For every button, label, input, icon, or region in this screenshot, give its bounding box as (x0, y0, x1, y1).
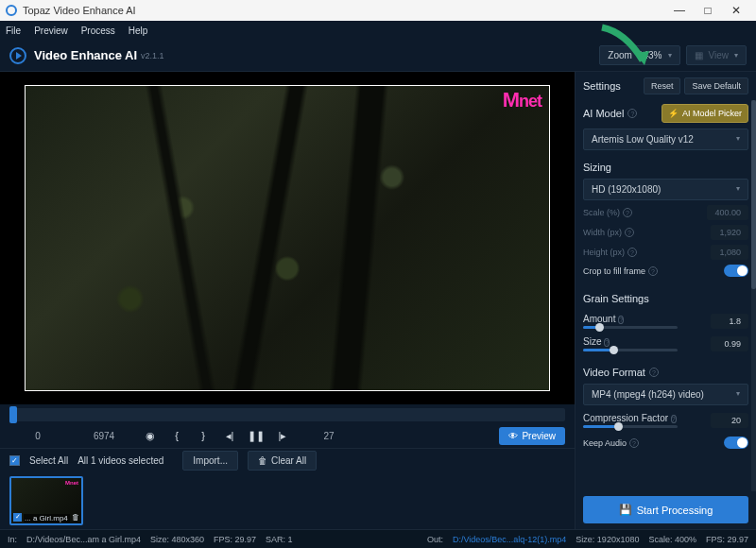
maximize-button[interactable]: □ (694, 4, 722, 17)
app-icon (6, 5, 17, 16)
out-label: Out: (427, 535, 443, 544)
width-label: Width (px)? (583, 228, 634, 237)
menu-file[interactable]: File (6, 26, 21, 36)
menu-help[interactable]: Help (129, 26, 148, 36)
out-path-link[interactable]: D:/Videos/Bec...alq-12(1).mp4 (453, 535, 566, 544)
selection-bar: ✓ Select All All 1 videos selected Impor… (0, 448, 575, 472)
zoom-label: Zoom (608, 50, 632, 60)
menu-preview[interactable]: Preview (34, 26, 68, 36)
crop-label: Crop to fill frame? (583, 266, 658, 276)
sizing-label: Sizing (583, 162, 748, 173)
end-frame: 6974 (76, 431, 132, 441)
in-sar: SAR: 1 (266, 535, 293, 544)
keep-audio-label: Keep Audio? (583, 438, 639, 448)
settings-scrollbar[interactable] (751, 100, 756, 491)
grain-amount-slider[interactable]: Amount ? (583, 314, 678, 329)
thumbnail-checkbox[interactable]: ✓ (13, 513, 22, 522)
select-all-checkbox[interactable]: ✓ (9, 455, 20, 466)
in-path: D:/Videos/Bec...am a Girl.mp4 (26, 535, 141, 544)
mark-in-icon[interactable]: { (168, 430, 185, 441)
thumbnail-delete-icon[interactable]: 🗑 (72, 513, 79, 522)
save-icon: 💾 (619, 504, 632, 516)
out-size: Size: 1920x1080 (576, 535, 639, 544)
width-value: 1,920 (711, 225, 748, 240)
in-size: Size: 480x360 (150, 535, 204, 544)
camera-icon[interactable]: ◉ (142, 430, 159, 442)
eye-icon: 👁 (508, 431, 518, 441)
out-scale: Scale: 400% (648, 535, 696, 544)
clear-all-button[interactable]: 🗑Clear All (248, 451, 317, 471)
chevron-down-icon: ▾ (736, 134, 740, 145)
compression-value: 20 (711, 413, 748, 428)
thumbnail-name: ... a Girl.mp4 (24, 514, 70, 522)
minimize-button[interactable]: — (665, 4, 694, 17)
height-value: 1,080 (711, 245, 748, 260)
settings-panel: Settings Reset Save Default AI Model? ⚡A… (575, 72, 756, 529)
grain-label: Grain Settings (583, 293, 748, 304)
help-icon[interactable]: ? (627, 109, 637, 118)
window-title: Topaz Video Enhance AI (23, 5, 136, 16)
chevron-down-icon: ▾ (734, 51, 738, 60)
format-label: Video Format? (583, 367, 748, 378)
window-titlebar: Topaz Video Enhance AI — □ ✕ (0, 0, 756, 21)
selected-count: All 1 videos selected (77, 455, 163, 466)
timeline-handle[interactable] (9, 406, 17, 423)
select-all-label[interactable]: Select All (29, 455, 68, 466)
statusbar: In: D:/Videos/Bec...am a Girl.mp4 Size: … (0, 529, 756, 548)
ai-model-picker-button[interactable]: ⚡AI Model Picker (662, 104, 748, 123)
zoom-value: 143% (638, 50, 662, 60)
close-button[interactable]: ✕ (722, 4, 750, 17)
scale-value: 400.00 (707, 205, 748, 220)
lightning-icon: ⚡ (668, 109, 679, 118)
current-frame: 27 (301, 431, 357, 441)
reset-button[interactable]: Reset (644, 77, 681, 94)
step-back-icon[interactable]: ◂| (221, 430, 238, 442)
in-fps: FPS: 29.97 (214, 535, 256, 544)
in-label: In: (8, 535, 17, 544)
zoom-dropdown[interactable]: Zoom 143% ▾ (599, 45, 679, 65)
video-thumbnail[interactable]: Mnet ✓ ... a Girl.mp4 🗑 (9, 476, 83, 525)
watermark-logo: Mnet (503, 88, 541, 112)
logo-icon (9, 47, 26, 64)
preview-button[interactable]: 👁 Preview (499, 427, 565, 445)
pause-icon[interactable]: ❚❚ (248, 430, 265, 442)
start-frame: 0 (9, 431, 66, 441)
out-fps: FPS: 29.97 (706, 535, 748, 544)
menubar: File Preview Process Help (0, 21, 756, 40)
video-preview[interactable]: Mnet (0, 72, 575, 404)
app-header: Video Enhance AI v2.1.1 Zoom 143% ▾ ▦ Vi… (0, 40, 756, 72)
step-forward-icon[interactable]: |▸ (274, 430, 291, 442)
keep-audio-toggle[interactable] (724, 437, 748, 449)
view-dropdown[interactable]: ▦ View ▾ (686, 45, 747, 65)
mark-out-icon[interactable]: } (195, 430, 212, 441)
save-default-button[interactable]: Save Default (684, 77, 748, 94)
grid-icon: ▦ (695, 50, 703, 60)
settings-title: Settings (583, 80, 621, 92)
scale-label: Scale (%)? (583, 208, 632, 217)
video-thumbnails: Mnet ✓ ... a Girl.mp4 🗑 (0, 472, 575, 529)
size-preset-dropdown[interactable]: HD (1920x1080) ▾ (583, 179, 748, 200)
grain-size-value: 0.99 (711, 336, 748, 351)
format-dropdown[interactable]: MP4 (mpeg4 (h264) video) ▾ (583, 384, 748, 405)
ai-model-dropdown[interactable]: Artemis Low Quality v12 ▾ (583, 128, 748, 150)
grain-amount-value: 1.8 (711, 314, 748, 329)
view-label: View (709, 50, 730, 60)
playback-controls: 0 6974 ◉ { } ◂| ❚❚ |▸ 27 👁 Preview (0, 423, 575, 448)
chevron-down-icon: ▾ (736, 184, 740, 195)
video-frame: Mnet (25, 85, 550, 391)
app-title: Video Enhance AI (34, 48, 137, 62)
timeline-slider[interactable] (9, 408, 565, 421)
height-label: Height (px)? (583, 248, 637, 257)
crop-toggle[interactable] (724, 265, 748, 277)
chevron-down-icon: ▾ (668, 51, 672, 60)
chevron-down-icon: ▾ (736, 389, 740, 400)
import-button[interactable]: Import... (182, 451, 238, 471)
trash-icon: 🗑 (258, 455, 267, 466)
app-version: v2.1.1 (141, 51, 164, 60)
ai-model-label: AI Model? (583, 108, 656, 119)
compression-slider[interactable]: Compression Factor ? (583, 413, 678, 428)
grain-size-slider[interactable]: Size ? (583, 336, 678, 351)
start-processing-button[interactable]: 💾 Start Processing (583, 496, 748, 523)
menu-process[interactable]: Process (81, 26, 115, 36)
